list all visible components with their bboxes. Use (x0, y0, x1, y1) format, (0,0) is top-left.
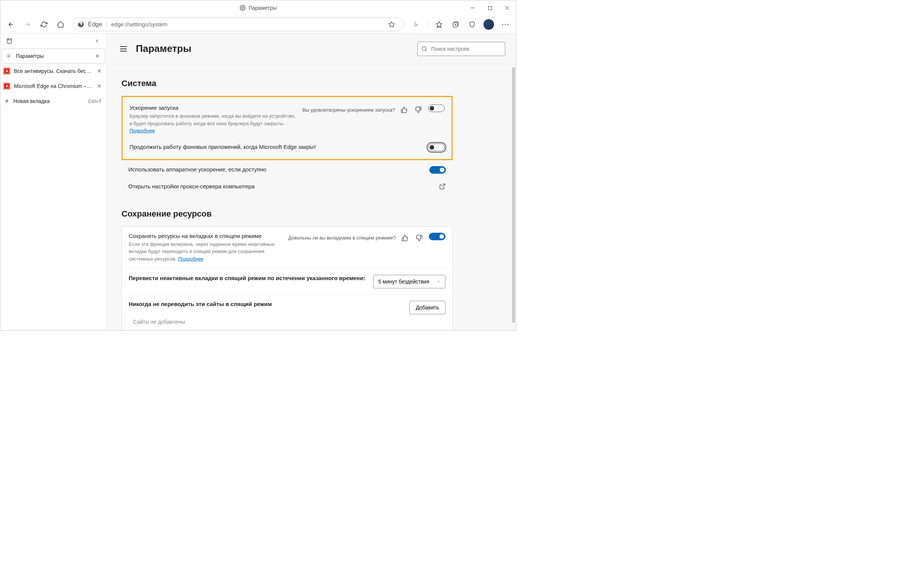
window-title: Параметры (249, 5, 277, 11)
minimize-button[interactable] (464, 0, 481, 15)
home-button[interactable] (53, 18, 68, 31)
search-input[interactable] (431, 46, 501, 52)
site-favicon (3, 83, 10, 89)
site-favicon (3, 68, 10, 74)
settings-header: Параметры (107, 34, 516, 64)
toolbar-divider (428, 20, 428, 29)
vertical-tabs-sidebar: Параметры ✕ Все антивирусы. Скачать бесп… (0, 34, 107, 330)
sleeping-tabs-toggle[interactable] (429, 233, 445, 240)
shield-icon[interactable] (465, 18, 480, 31)
page-title: Параметры (136, 43, 191, 55)
setting-proxy[interactable]: Открыть настройки прокси-сервера компьют… (121, 177, 453, 194)
addr-url: edge://settings/system (111, 21, 167, 27)
external-link-icon (439, 183, 446, 190)
hw-accel-label: Использовать аппаратное ускорение, если … (128, 166, 425, 173)
svg-rect-2 (488, 6, 492, 10)
bg-apps-toggle[interactable] (428, 144, 445, 151)
never-sleep-label: Никогда не переводить эти сайты в спящий… (129, 301, 405, 307)
thumbs-up-button[interactable] (400, 233, 410, 243)
tab-label: Microsoft Edge на Chromium – Н… (14, 83, 92, 89)
settings-search[interactable] (417, 42, 505, 56)
close-tab-button[interactable]: ✕ (96, 82, 103, 90)
highlighted-region: Ускорение запуска Браузер запустится в ф… (121, 96, 453, 160)
tab-label: Все антивирусы. Скачать беспл… (14, 68, 92, 74)
window-titlebar: Параметры (0, 0, 516, 15)
timeout-value: 5 минут бездействия (378, 279, 429, 284)
settings-menu-button[interactable] (117, 42, 130, 55)
settings-content: Параметры Система Ускорение запуска Брау… (107, 34, 516, 330)
svg-point-21 (422, 47, 426, 51)
collapse-sidebar-button[interactable] (91, 35, 103, 47)
new-tab-label: Новая вкладка (13, 98, 50, 104)
gear-icon (5, 53, 12, 60)
setting-sleep-timeout: Перевести неактивные вкладки в спящий ре… (122, 269, 452, 295)
svg-rect-13 (7, 39, 12, 43)
tab-label: Параметры (16, 53, 90, 59)
favorites-hub-button[interactable] (432, 18, 447, 31)
feedback-group: Довольны ли вы вкладками в спящем режиме… (288, 233, 424, 243)
new-tab-button[interactable]: + Новая вкладка Ctrl+T (0, 94, 106, 109)
main-area: Параметры ✕ Все антивирусы. Скачать бесп… (0, 34, 516, 330)
plus-icon: + (5, 97, 9, 105)
startup-boost-desc: Браузер запустится в фоновом режиме, ког… (130, 112, 298, 135)
timeout-label: Перевести неактивные вкладки в спящий ре… (129, 275, 369, 281)
thumbs-down-button[interactable] (413, 105, 424, 115)
chevron-down-icon (436, 279, 440, 284)
forward-button[interactable] (20, 18, 35, 31)
startup-boost-toggle[interactable] (428, 105, 445, 112)
more-menu-button[interactable] (498, 18, 513, 31)
close-tab-button[interactable]: ✕ (96, 67, 103, 75)
setting-startup-boost: Ускорение запуска Браузер запустится в ф… (123, 102, 452, 137)
back-button[interactable] (3, 18, 18, 31)
add-site-button[interactable]: Добавить (409, 301, 445, 314)
proxy-label: Открыть настройки прокси-сервера компьют… (128, 183, 434, 189)
feedback-question: Вы удовлетворены ускорением запуска? (303, 107, 395, 113)
tab-settings[interactable]: Параметры ✕ (2, 48, 105, 63)
timeout-select[interactable]: 5 минут бездействия (373, 275, 445, 288)
learn-more-link[interactable]: Подробнее (130, 128, 155, 134)
sidebar-header (0, 34, 106, 48)
browser-toolbar: Edge | edge://settings/system (0, 15, 516, 34)
svg-point-10 (502, 24, 504, 25)
never-sleep-empty: Сайты не добавлены (122, 317, 452, 330)
collections-button[interactable] (448, 18, 463, 31)
address-bar[interactable]: Edge | edge://settings/system (73, 18, 404, 31)
vertical-scrollbar[interactable] (512, 67, 515, 323)
settings-body: Система Ускорение запуска Браузер запуст… (107, 64, 468, 330)
resources-card: Сохранять ресурсы на вкладках в спящем р… (121, 226, 453, 331)
svg-point-12 (507, 24, 509, 25)
close-tab-button[interactable]: ✕ (94, 52, 101, 60)
edge-logo-icon (78, 21, 84, 28)
startup-boost-label: Ускорение запуска (130, 105, 298, 111)
bg-apps-label: Продолжить работу фоновых приложений, ко… (130, 144, 424, 150)
hw-accel-toggle[interactable] (429, 166, 446, 174)
favorites-star-button[interactable] (384, 18, 399, 31)
tab-antivirus[interactable]: Все антивирусы. Скачать беспл… ✕ (0, 63, 106, 79)
learn-more-link[interactable]: Подробнее (178, 256, 203, 262)
tab-actions-button[interactable] (3, 35, 15, 47)
feedback-group: Вы удовлетворены ускорением запуска? (303, 105, 424, 115)
reload-button[interactable] (37, 18, 52, 31)
maximize-button[interactable] (481, 0, 499, 15)
extensions-bing-icon[interactable] (408, 18, 424, 31)
thumbs-up-button[interactable] (399, 105, 409, 115)
window-controls (464, 0, 516, 15)
addr-brand: Edge (88, 21, 102, 28)
svg-line-22 (426, 50, 427, 51)
search-icon (421, 46, 428, 52)
profile-button[interactable] (481, 18, 496, 31)
setting-background-apps: Продолжить работу фоновых приложений, ко… (123, 137, 452, 155)
addr-separator: | (106, 21, 107, 28)
tab-edge-chromium[interactable]: Microsoft Edge на Chromium – Н… ✕ (0, 79, 106, 94)
sleeping-tabs-desc: Если эта функция включена, через заданно… (129, 241, 284, 263)
toolbar-right (408, 18, 513, 31)
setting-sleeping-tabs: Сохранять ресурсы на вкладках в спящем р… (122, 227, 452, 269)
feedback-question: Довольны ли вы вкладками в спящем режиме… (288, 235, 396, 241)
window-title-wrap: Параметры (240, 5, 277, 11)
thumbs-down-button[interactable] (414, 233, 424, 243)
close-button[interactable] (499, 0, 516, 15)
gear-icon (240, 5, 246, 11)
section-resources-title: Сохранение ресурсов (121, 209, 453, 219)
svg-point-15 (8, 55, 10, 57)
setting-hw-accel: Использовать аппаратное ускорение, если … (121, 163, 453, 177)
